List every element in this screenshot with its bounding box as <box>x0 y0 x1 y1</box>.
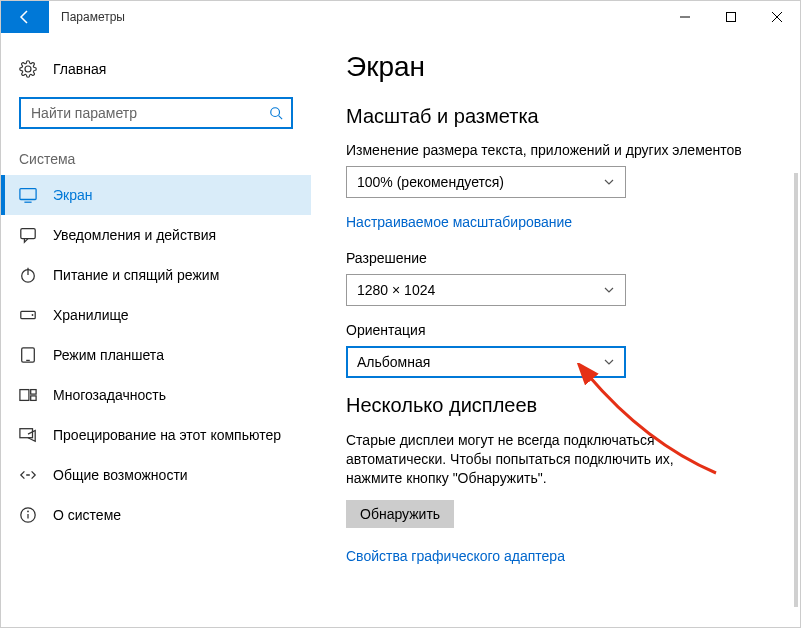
maximize-button[interactable] <box>708 1 754 33</box>
scale-value: 100% (рекомендуется) <box>357 174 504 190</box>
nav-label: Питание и спящий режим <box>53 267 219 283</box>
power-icon <box>19 266 37 284</box>
nav-item-multitasking[interactable]: Многозадачность <box>1 375 311 415</box>
nav-item-power[interactable]: Питание и спящий режим <box>1 255 311 295</box>
svg-rect-17 <box>31 396 36 401</box>
maximize-icon <box>726 12 736 22</box>
svg-point-21 <box>27 511 29 513</box>
search-input[interactable] <box>31 105 269 121</box>
adapter-properties-link[interactable]: Свойства графического адаптера <box>346 548 565 564</box>
close-icon <box>772 12 782 22</box>
orientation-combo[interactable]: Альбомная <box>346 346 626 378</box>
orientation-value: Альбомная <box>357 354 430 370</box>
multitask-icon <box>19 386 37 404</box>
gear-icon <box>19 60 37 78</box>
svg-line-5 <box>279 116 283 120</box>
info-icon <box>19 506 37 524</box>
svg-rect-1 <box>727 13 736 22</box>
svg-rect-15 <box>20 390 29 401</box>
nav-item-storage[interactable]: Хранилище <box>1 295 311 335</box>
svg-rect-16 <box>31 390 36 395</box>
scale-combo[interactable]: 100% (рекомендуется) <box>346 166 626 198</box>
resolution-label: Разрешение <box>346 250 780 266</box>
svg-rect-6 <box>20 189 36 200</box>
page-title: Экран <box>346 51 780 83</box>
chat-icon <box>19 226 37 244</box>
nav-label: Многозадачность <box>53 387 166 403</box>
sidebar: Главная Система Экран Уведомле <box>1 33 311 627</box>
nav-label: Проецирование на этот компьютер <box>53 427 281 443</box>
resolution-value: 1280 × 1024 <box>357 282 435 298</box>
home-label: Главная <box>53 61 106 77</box>
nav-list: Экран Уведомления и действия Питание и с… <box>1 175 311 535</box>
multi-desc: Старые дисплеи могут не всегда подключат… <box>346 431 726 488</box>
main-content: Экран Масштаб и разметка Изменение разме… <box>311 33 800 627</box>
section-scale-heading: Масштаб и разметка <box>346 105 780 128</box>
chevron-down-icon <box>603 176 615 188</box>
orientation-label: Ориентация <box>346 322 780 338</box>
nav-item-projecting[interactable]: Проецирование на этот компьютер <box>1 415 311 455</box>
minimize-button[interactable] <box>662 1 708 33</box>
custom-scaling-link[interactable]: Настраиваемое масштабирование <box>346 214 572 230</box>
shared-icon <box>19 466 37 484</box>
back-button[interactable] <box>1 1 49 33</box>
arrow-left-icon <box>17 9 33 25</box>
nav-label: О системе <box>53 507 121 523</box>
search-icon <box>269 106 283 120</box>
scrollbar[interactable] <box>794 173 798 607</box>
svg-point-4 <box>271 108 280 117</box>
nav-label: Экран <box>53 187 93 203</box>
nav-label: Хранилище <box>53 307 129 323</box>
nav-item-notifications[interactable]: Уведомления и действия <box>1 215 311 255</box>
nav-item-shared[interactable]: Общие возможности <box>1 455 311 495</box>
svg-point-12 <box>32 314 34 316</box>
settings-window: Параметры Главная <box>0 0 801 628</box>
window-title: Параметры <box>49 1 125 33</box>
titlebar: Параметры <box>1 1 800 33</box>
nav-item-display[interactable]: Экран <box>1 175 311 215</box>
storage-icon <box>19 306 37 324</box>
search-box[interactable] <box>19 97 293 129</box>
svg-rect-8 <box>21 229 35 239</box>
nav-item-about[interactable]: О системе <box>1 495 311 535</box>
project-icon <box>19 426 37 444</box>
tablet-icon <box>19 346 37 364</box>
window-controls <box>662 1 800 33</box>
nav-item-tablet[interactable]: Режим планшета <box>1 335 311 375</box>
section-multi-heading: Несколько дисплеев <box>346 394 780 417</box>
chevron-down-icon <box>603 284 615 296</box>
display-icon <box>19 186 37 204</box>
nav-label: Уведомления и действия <box>53 227 216 243</box>
chevron-down-icon <box>603 356 615 368</box>
resolution-combo[interactable]: 1280 × 1024 <box>346 274 626 306</box>
home-nav[interactable]: Главная <box>1 51 311 87</box>
sidebar-group-title: Система <box>1 147 311 175</box>
minimize-icon <box>680 12 690 22</box>
detect-button[interactable]: Обнаружить <box>346 500 454 528</box>
scale-label: Изменение размера текста, приложений и д… <box>346 142 780 158</box>
close-button[interactable] <box>754 1 800 33</box>
nav-label: Режим планшета <box>53 347 164 363</box>
nav-label: Общие возможности <box>53 467 188 483</box>
